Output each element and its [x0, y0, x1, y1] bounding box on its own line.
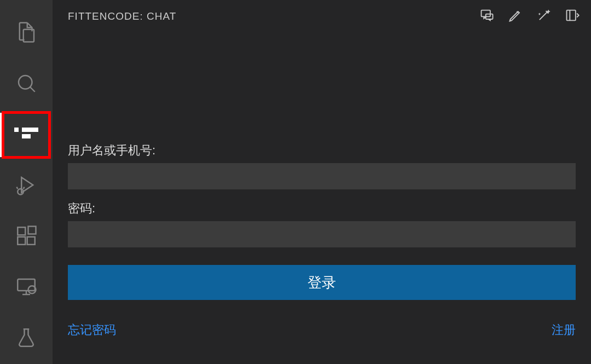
link-row: 忘记密码 注册 — [68, 322, 576, 338]
run-debug-tab[interactable] — [0, 160, 53, 211]
panel-header-actions — [479, 8, 580, 25]
explorer-tab[interactable] — [0, 8, 53, 59]
edit-button[interactable] — [508, 8, 523, 25]
toggle-panel-button[interactable] — [565, 8, 580, 25]
magic-wand-icon — [536, 8, 552, 25]
files-icon — [15, 21, 38, 46]
toggle-panel-icon — [565, 8, 580, 25]
svg-rect-6 — [18, 227, 25, 235]
search-icon — [15, 72, 38, 97]
panel-header: FITTENCODE: CHAT — [53, 0, 591, 33]
password-label: 密码: — [68, 200, 576, 217]
extensions-tab[interactable] — [0, 211, 53, 262]
search-tab[interactable] — [0, 59, 53, 109]
svg-rect-9 — [28, 226, 36, 234]
pencil-icon — [508, 8, 523, 25]
svg-rect-16 — [567, 10, 576, 21]
svg-rect-7 — [18, 236, 25, 244]
remote-explorer-icon — [15, 275, 38, 301]
svg-line-1 — [30, 87, 35, 92]
new-chat-button[interactable] — [479, 8, 495, 25]
magic-button[interactable] — [536, 8, 552, 25]
forgot-password-link[interactable]: 忘记密码 — [68, 322, 116, 338]
svg-rect-10 — [18, 279, 35, 291]
fittencode-icon — [14, 125, 38, 145]
panel-title: FITTENCODE: CHAT — [68, 10, 176, 22]
run-debug-icon — [15, 174, 38, 199]
remote-tab[interactable] — [0, 262, 53, 313]
login-form: 用户名或手机号: 密码: 登录 忘记密码 注册 — [53, 33, 591, 364]
username-input[interactable] — [68, 163, 576, 189]
extensions-icon — [15, 224, 38, 250]
activity-bar — [0, 0, 53, 364]
testing-tab[interactable] — [0, 313, 53, 364]
username-label: 用户名或手机号: — [68, 142, 576, 159]
register-link[interactable]: 注册 — [552, 322, 576, 338]
fittencode-tab[interactable] — [0, 109, 53, 160]
side-panel: FITTENCODE: CHAT — [53, 0, 591, 364]
svg-line-4 — [17, 187, 18, 189]
svg-rect-8 — [27, 236, 35, 244]
svg-line-5 — [24, 187, 25, 189]
testing-icon — [15, 326, 38, 351]
svg-point-0 — [19, 76, 32, 89]
password-input[interactable] — [68, 221, 576, 247]
chat-icon — [479, 8, 495, 25]
login-button[interactable]: 登录 — [68, 265, 576, 300]
